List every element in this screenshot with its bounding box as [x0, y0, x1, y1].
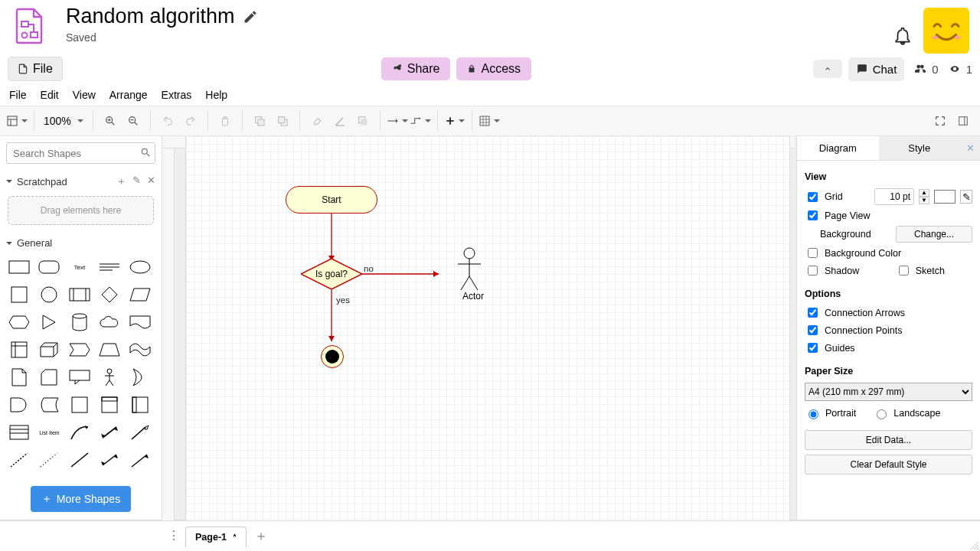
shape-callout[interactable]: [68, 368, 91, 386]
shape-container[interactable]: [68, 396, 91, 414]
menu-help[interactable]: Help: [205, 89, 227, 101]
bgcolor-checkbox[interactable]: Background Color: [805, 246, 901, 260]
shape-hcontainer[interactable]: [98, 396, 121, 414]
zoom-in-button[interactable]: [100, 110, 121, 132]
to-front-button[interactable]: [249, 110, 270, 132]
chat-button[interactable]: Chat: [848, 57, 905, 81]
node-actor[interactable]: Actor: [454, 291, 492, 302]
shape-dotted-line[interactable]: [38, 451, 60, 469]
shape-list-item[interactable]: List Item: [38, 423, 60, 442]
grid-size-stepper[interactable]: ▲▼: [919, 189, 929, 204]
grid-color-swatch[interactable]: [934, 190, 956, 204]
page-tab[interactable]: Page-1 ˄: [185, 527, 247, 547]
menu-view[interactable]: View: [73, 89, 96, 101]
collapse-button[interactable]: [813, 60, 842, 78]
view-mode-button[interactable]: [6, 110, 28, 132]
panel-close-icon[interactable]: ✕: [960, 136, 980, 160]
shape-diamond[interactable]: [98, 285, 121, 304]
delete-button[interactable]: [214, 110, 236, 132]
shape-trapezoid[interactable]: [98, 341, 121, 359]
shape-bidir-thin[interactable]: [98, 451, 121, 469]
menu-extras[interactable]: Extras: [162, 89, 192, 101]
scratchpad-dropzone[interactable]: Drag elements here: [8, 196, 154, 225]
guides-checkbox[interactable]: Guides: [805, 341, 855, 355]
pageview-checkbox[interactable]: Page View: [805, 208, 871, 223]
node-terminal[interactable]: [321, 345, 344, 368]
notifications-icon[interactable]: [893, 26, 913, 46]
shape-cube[interactable]: [38, 341, 60, 359]
grid-checkbox[interactable]: Grid: [805, 190, 843, 204]
shape-line[interactable]: [68, 451, 91, 469]
general-header[interactable]: General: [0, 233, 162, 253]
shadow-button[interactable]: [352, 110, 374, 132]
shape-document[interactable]: [129, 313, 152, 331]
shape-text[interactable]: Text: [68, 258, 91, 276]
shape-rectangle[interactable]: [8, 258, 31, 276]
canvas-page[interactable]: Start Is goal? no yes Actor: [185, 136, 790, 520]
add-page-button[interactable]: ＋: [254, 527, 268, 545]
rename-icon[interactable]: [243, 9, 258, 24]
paper-size-select[interactable]: A4 (210 mm x 297 mm): [805, 383, 972, 401]
menu-arrange[interactable]: Arrange: [109, 89, 148, 101]
shape-card[interactable]: [38, 368, 60, 386]
shape-curve[interactable]: [68, 423, 91, 442]
search-icon[interactable]: [140, 147, 151, 158]
scratchpad-close-icon[interactable]: ✕: [147, 174, 155, 188]
shape-triangle[interactable]: [38, 313, 60, 331]
shape-and[interactable]: [8, 396, 31, 414]
shape-tape[interactable]: [129, 341, 152, 359]
shape-dir-thin[interactable]: [129, 451, 152, 469]
shape-or[interactable]: [129, 368, 152, 386]
zoom-level[interactable]: 100%: [41, 115, 87, 127]
shape-arrow[interactable]: [129, 423, 152, 442]
zoom-out-button[interactable]: [122, 110, 144, 132]
shape-cloud[interactable]: [98, 313, 121, 331]
insert-button[interactable]: [444, 110, 466, 132]
connection-style-button[interactable]: [387, 110, 408, 132]
shape-square[interactable]: [8, 285, 31, 304]
shape-data-storage[interactable]: [38, 396, 60, 414]
line-color-button[interactable]: [329, 110, 351, 132]
pages-menu-icon[interactable]: ⋮: [162, 528, 185, 543]
grid-color-edit-icon[interactable]: ✎: [960, 190, 972, 204]
tab-style[interactable]: Style: [879, 136, 961, 160]
node-start[interactable]: Start: [286, 186, 377, 214]
waypoint-style-button[interactable]: [410, 110, 431, 132]
table-button[interactable]: [479, 110, 500, 132]
redo-button[interactable]: [180, 110, 201, 132]
shape-actor[interactable]: [98, 368, 121, 386]
shape-cylinder[interactable]: [68, 313, 91, 331]
shape-internal-storage[interactable]: [8, 341, 31, 359]
access-button[interactable]: Access: [456, 57, 531, 80]
clear-style-button[interactable]: Clear Default Style: [805, 455, 972, 474]
resize-handle-icon[interactable]: [971, 542, 978, 549]
fill-color-button[interactable]: [306, 110, 328, 132]
menu-file[interactable]: File: [9, 89, 27, 101]
background-change-button[interactable]: Change...: [896, 226, 972, 243]
shape-circle[interactable]: [38, 285, 60, 304]
file-dropdown-button[interactable]: File: [8, 57, 63, 81]
shape-dashed-line[interactable]: [8, 451, 31, 469]
avatar[interactable]: [923, 8, 969, 54]
shape-list[interactable]: [8, 423, 31, 442]
search-input[interactable]: [6, 142, 155, 164]
sketch-checkbox[interactable]: Sketch: [896, 263, 945, 278]
format-panel-toggle[interactable]: [952, 110, 974, 132]
grid-size-input[interactable]: [874, 188, 914, 205]
shape-parallelogram[interactable]: [129, 285, 152, 304]
shape-bidir-arrow[interactable]: [98, 423, 121, 442]
undo-button[interactable]: [157, 110, 178, 132]
shape-rounded-rect[interactable]: [38, 258, 60, 276]
more-shapes-button[interactable]: ＋ More Shapes: [31, 486, 131, 512]
share-button[interactable]: Share: [381, 57, 451, 80]
shape-vcontainer[interactable]: [129, 396, 152, 414]
menu-edit[interactable]: Edit: [41, 89, 59, 101]
scratchpad-add-icon[interactable]: ＋: [116, 174, 126, 188]
shape-ellipse[interactable]: [129, 258, 152, 276]
scratchpad-header[interactable]: Scratchpad ＋ ✎ ✕: [0, 170, 162, 193]
shape-process[interactable]: [68, 285, 91, 304]
shape-hexagon[interactable]: [8, 313, 31, 331]
fullscreen-button[interactable]: [929, 110, 951, 132]
conn-points-checkbox[interactable]: Connection Points: [805, 323, 902, 337]
scratchpad-edit-icon[interactable]: ✎: [132, 174, 141, 188]
